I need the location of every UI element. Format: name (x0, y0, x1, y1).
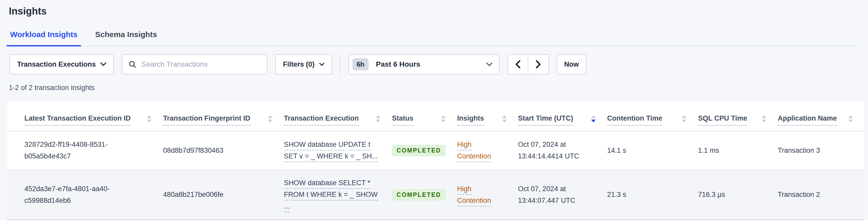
cell-latest-transaction-execution-id: 452da3e7-e7fa-4801-aa40- c59988d14eb6 (7, 169, 163, 219)
sort-arrows-icon[interactable] (268, 115, 273, 122)
column-header-label[interactable]: Transaction Fingerprint ID (163, 114, 250, 126)
sort-desc-icon[interactable] (502, 120, 507, 122)
column-header-latest-transaction-execution-id[interactable]: Latest Transaction Execution ID (7, 101, 163, 131)
sort-desc-icon[interactable] (682, 120, 687, 122)
sort-arrows-icon[interactable] (502, 115, 507, 122)
column-header-label[interactable]: Insights (457, 114, 484, 126)
insights-table: Latest Transaction Execution ID Transact… (7, 101, 864, 219)
sort-desc-icon[interactable] (147, 120, 152, 122)
chevron-right-icon (536, 60, 541, 68)
insights-table-card: Latest Transaction Execution ID Transact… (7, 101, 864, 220)
cell-contention-time: 14.1 s (607, 131, 698, 169)
workload-type-dropdown-label: Transaction Executions (17, 60, 96, 68)
column-header-label[interactable]: Status (392, 114, 413, 126)
cell-status: COMPLETED (392, 131, 457, 169)
column-header-label[interactable]: Contention Time (607, 114, 662, 126)
table-row[interactable]: 328729d2-ff19-4408-8531- b05a5b4e43c7 08… (7, 131, 864, 169)
table-row[interactable]: 452da3e7-e7fa-4801-aa40- c59988d14eb6 48… (7, 169, 864, 219)
sort-asc-icon[interactable] (762, 115, 766, 118)
sort-arrows-icon[interactable] (441, 115, 446, 122)
time-prev-button[interactable] (508, 55, 528, 74)
footer-strip (0, 220, 868, 222)
status-badge: COMPLETED (392, 145, 446, 156)
sort-asc-icon[interactable] (848, 115, 853, 118)
sort-arrows-icon[interactable] (591, 115, 596, 122)
time-range-badge: 6h (352, 58, 369, 70)
cell-transaction-fingerprint-id: 480a8b217be006fe (163, 169, 284, 219)
time-next-button[interactable] (528, 55, 549, 74)
column-header-label[interactable]: Latest Transaction Execution ID (24, 114, 131, 126)
chevron-left-icon (515, 60, 521, 68)
column-header-label[interactable]: Transaction Execution (284, 114, 359, 126)
column-header-insights[interactable]: Insights (457, 101, 518, 131)
chevron-down-icon (100, 63, 106, 66)
sort-asc-icon[interactable] (441, 115, 446, 118)
time-range-stepper (507, 54, 549, 74)
filters-button-label: Filters (0) (283, 60, 315, 68)
cell-application-name: Transaction 2 (778, 169, 864, 219)
chevron-down-icon (319, 63, 324, 66)
cell-sql-cpu-time: 716.3 µs (698, 169, 778, 219)
column-header-label[interactable]: Start Time (UTC) (518, 114, 574, 126)
cell-start-time: Oct 07, 2024 at 13:44:07.447 UTC (518, 169, 608, 219)
sort-arrows-icon[interactable] (682, 115, 687, 122)
chevron-down-icon (486, 63, 492, 66)
sort-desc-icon[interactable] (848, 120, 853, 122)
sort-desc-icon[interactable] (376, 120, 380, 122)
column-header-status[interactable]: Status (392, 101, 457, 131)
insights-page: Insights Workload Insights Schema Insigh… (0, 5, 868, 222)
sort-asc-icon[interactable] (147, 115, 152, 118)
tab-schema-insights-label: Schema Insights (95, 30, 157, 39)
cell-status: COMPLETED (392, 169, 457, 219)
cell-latest-transaction-execution-id: 328729d2-ff19-4408-8531- b05a5b4e43c7 (7, 131, 163, 169)
sort-desc-icon[interactable] (591, 120, 596, 122)
time-range-label: Past 6 Hours (376, 60, 420, 68)
transaction-execution-link[interactable]: SHOW database UPDATE t SET v = _ WHERE k… (284, 140, 378, 162)
column-header-application-name[interactable]: Application Name (778, 101, 864, 131)
column-header-contention-time[interactable]: Contention Time (607, 101, 698, 131)
column-header-sql-cpu-time[interactable]: SQL CPU Time (698, 101, 778, 131)
cell-start-time: Oct 07, 2024 at 13:44:14.4414 UTC (518, 131, 608, 169)
column-header-label[interactable]: Application Name (778, 114, 837, 126)
cell-transaction-fingerprint-id: 08d8b7d97f830463 (163, 131, 284, 169)
table-header-row: Latest Transaction Execution ID Transact… (7, 101, 864, 131)
time-range-picker[interactable]: 6h Past 6 Hours (348, 54, 500, 74)
sort-asc-icon[interactable] (591, 115, 596, 118)
sort-arrows-icon[interactable] (376, 115, 380, 122)
cell-contention-time: 21.3 s (607, 169, 698, 219)
sort-arrows-icon[interactable] (848, 115, 853, 122)
sort-arrows-icon[interactable] (762, 115, 766, 122)
sort-asc-icon[interactable] (502, 115, 507, 118)
sort-desc-icon[interactable] (268, 120, 273, 122)
column-header-transaction-fingerprint-id[interactable]: Transaction Fingerprint ID (163, 101, 284, 131)
transaction-execution-link[interactable]: SHOW database SELECT * FROM t WHERE k = … (284, 179, 378, 212)
sort-asc-icon[interactable] (376, 115, 380, 118)
tab-schema-insights[interactable]: Schema Insights (91, 30, 160, 46)
cell-insights: High Contention (457, 169, 518, 219)
column-header-label[interactable]: SQL CPU Time (698, 114, 747, 126)
workload-type-dropdown[interactable]: Transaction Executions (9, 54, 114, 74)
insight-link[interactable]: High Contention (457, 185, 491, 207)
sort-desc-icon[interactable] (762, 120, 766, 122)
results-summary: 1-2 of 2 transaction insights (9, 84, 868, 92)
sort-asc-icon[interactable] (682, 115, 687, 118)
column-header-start-time-utc[interactable]: Start Time (UTC) (518, 101, 608, 131)
toolbar-divider (340, 54, 341, 74)
toolbar: Transaction Executions Filters (0) 6h Pa… (9, 54, 861, 74)
tab-workload-insights-label: Workload Insights (10, 30, 78, 39)
sort-desc-icon[interactable] (441, 120, 446, 122)
insight-link[interactable]: High Contention (457, 140, 491, 162)
cell-application-name: Transaction 3 (778, 131, 864, 169)
tabs-bar: Workload Insights Schema Insights (6, 30, 861, 46)
now-button[interactable]: Now (557, 54, 586, 74)
tab-workload-insights[interactable]: Workload Insights (6, 30, 81, 46)
cell-insights: High Contention (457, 131, 518, 169)
sort-asc-icon[interactable] (268, 115, 273, 118)
sort-arrows-icon[interactable] (147, 115, 152, 122)
search-input[interactable] (122, 54, 267, 74)
page-title: Insights (9, 5, 868, 17)
column-header-transaction-execution[interactable]: Transaction Execution (284, 101, 392, 131)
filters-button[interactable]: Filters (0) (275, 54, 332, 74)
status-badge: COMPLETED (392, 189, 446, 201)
cell-transaction-execution: SHOW database UPDATE t SET v = _ WHERE k… (284, 131, 392, 169)
